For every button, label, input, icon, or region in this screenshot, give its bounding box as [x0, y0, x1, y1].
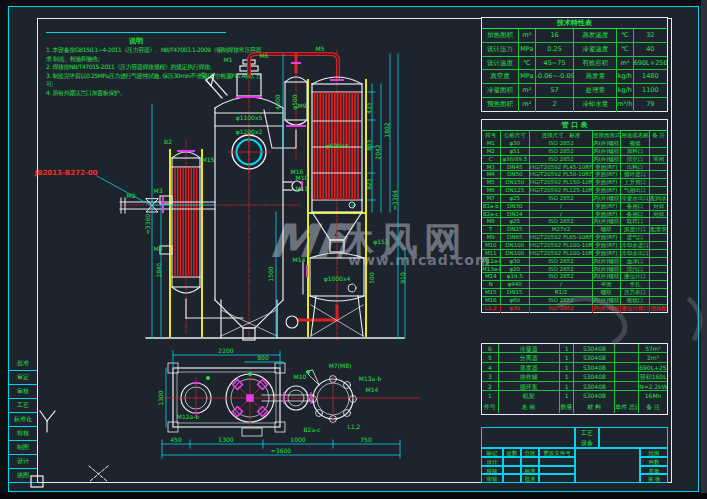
drawing-label: L1,2: [348, 423, 361, 430]
drawing-label: 855: [365, 139, 372, 151]
drawing-label: M15: [202, 156, 215, 163]
drawing-label: T: [350, 203, 355, 210]
drawing-label: 1000: [290, 436, 305, 443]
drawing-label: ≈3600: [271, 447, 291, 454]
drawing-label: ≈3360: [144, 214, 151, 234]
cad-linework: φ1100x5φ1200x2φ5004300φ600x4φ1000x4≈3360…: [0, 0, 707, 499]
drawing-label: φ153: [373, 238, 389, 246]
drawing-label: 435: [365, 102, 372, 114]
drawing-label: M3: [154, 187, 163, 194]
crosshair-cursor[interactable]: [89, 466, 108, 482]
drawing-label: M14: [366, 386, 379, 393]
drawing-label: 450: [170, 436, 182, 443]
drawing-label: 1300: [157, 390, 164, 405]
drawing-label: M12a-b: [177, 413, 200, 420]
drawing-label: 2042: [374, 144, 381, 159]
drawing-label: M11: [296, 185, 309, 192]
drawing-label: M1: [224, 56, 233, 63]
separator-vessel: [206, 60, 302, 340]
drawing-label: 500: [368, 272, 375, 284]
drawing-label: JB2013-B272-00: [34, 169, 98, 177]
drawing-label: M6: [260, 52, 269, 59]
drawing-label: M9: [298, 102, 307, 109]
drawing-label: B2: [164, 138, 172, 145]
drawing-label: 2200: [218, 347, 233, 354]
pickbox-corner: [31, 476, 43, 487]
drawing-label: 910: [399, 272, 406, 284]
separator-manhole: [228, 131, 270, 173]
cad-viewport: 说明 1. 本设备按GB150.1~4-2011《压力容器》、NB/T47003…: [0, 0, 707, 499]
drawing-label: M14: [293, 256, 306, 263]
preheater-tubes: [175, 168, 197, 276]
drawing-label: C: [201, 71, 205, 78]
drawing-label: 1845: [155, 262, 162, 277]
drawing-label: M13a-b: [359, 375, 382, 382]
watermark-arc: [560, 299, 700, 342]
drawing-label: M2: [127, 192, 136, 199]
drawing-label: φ600x4: [326, 142, 349, 150]
drawing-label: 825: [365, 178, 372, 190]
drawing-label: φ1000x4: [324, 275, 351, 283]
drawing-label: M10: [296, 174, 309, 181]
drawing-label: 1802: [383, 122, 390, 137]
drawing-label: ≈3364: [391, 190, 398, 210]
drawing-label: φ1200x2: [236, 128, 263, 136]
drawing-label: 1500: [267, 266, 274, 281]
drawing-label: 4300: [274, 94, 281, 109]
steel-structure: [170, 80, 366, 336]
drawing-label: B2a-c: [303, 426, 320, 433]
drawing-label: 1300: [218, 436, 233, 443]
drawing-label: 750: [360, 436, 372, 443]
drawing-label: 800: [257, 354, 269, 361]
drawing-label: M7(M8): [329, 362, 352, 369]
drawing-label: φ1100x5: [236, 114, 263, 122]
drawing-label: M5: [316, 45, 325, 52]
drawing-label: M4: [154, 245, 163, 252]
centerlines: [120, 50, 337, 340]
receiver-tank: [286, 253, 364, 336]
flange-gaskets: [163, 63, 343, 276]
ucs-icon: [40, 411, 55, 432]
drawing-label: M10: [294, 373, 307, 380]
feed-pipe: [120, 198, 215, 213]
